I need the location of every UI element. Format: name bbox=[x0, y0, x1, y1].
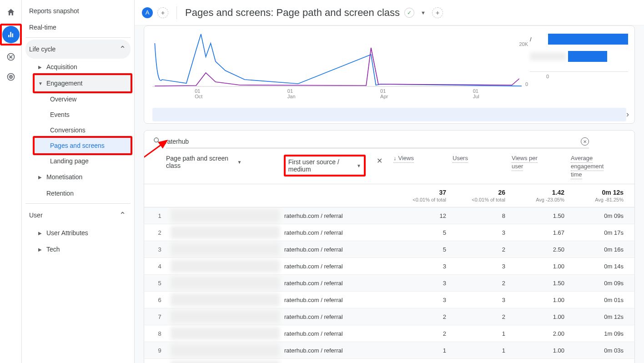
row-number: 3 bbox=[149, 246, 171, 253]
primary-dimension-select[interactable]: Page path and screen class ▼ bbox=[166, 155, 241, 169]
sidebar-leaf-conversions[interactable]: Conversions bbox=[35, 122, 131, 138]
views-hdr: Views bbox=[398, 155, 414, 161]
row-number: 7 bbox=[149, 313, 171, 320]
aet-cell: 0m 14s bbox=[571, 263, 630, 270]
table-row[interactable]: 1raterhub.com / referral1281.500m 09s bbox=[144, 207, 634, 224]
timeline-next-icon[interactable]: › bbox=[626, 110, 629, 119]
rows-container: 1raterhub.com / referral1281.500m 09s2ra… bbox=[144, 207, 634, 363]
sidebar-leaf-landing[interactable]: Landing page bbox=[35, 153, 131, 169]
title-dropdown[interactable]: ▼ bbox=[419, 10, 428, 15]
redacted-cell bbox=[171, 327, 280, 340]
verified-icon[interactable]: ✓ bbox=[404, 8, 414, 18]
users-cell: 3 bbox=[453, 229, 512, 236]
vpu-cell: 2.00 bbox=[512, 330, 571, 337]
users-cell: 1 bbox=[453, 347, 512, 354]
primary-dim-label: Page path and screen class bbox=[166, 155, 234, 169]
row-number: 6 bbox=[149, 297, 171, 303]
add-comparison-button[interactable]: + bbox=[157, 7, 168, 18]
aet-cell: 0m 12s bbox=[571, 313, 630, 320]
aet-cell: 0m 09s bbox=[571, 212, 630, 219]
sidebar-item-acquisition[interactable]: ▶ Acquisition bbox=[35, 59, 131, 75]
account-badge[interactable]: A bbox=[142, 7, 153, 18]
sidebar-group-lifecycle[interactable]: Life cycle ⌃ bbox=[25, 40, 131, 59]
table-row[interactable]: 9raterhub.com / referral111.000m 03s bbox=[144, 342, 634, 359]
table-row[interactable]: 8raterhub.com / referral212.001m 09s bbox=[144, 325, 634, 342]
users-cell: 1 bbox=[453, 330, 512, 337]
aet-cell: 0m 01s bbox=[571, 297, 630, 303]
redacted-cell bbox=[171, 243, 280, 256]
sort-desc-icon: ↓ bbox=[393, 155, 397, 161]
views-cell: 2 bbox=[393, 330, 453, 337]
sidebar-reports-snapshot[interactable]: Reports snapshot bbox=[25, 3, 131, 19]
col-views[interactable]: ↓Views bbox=[393, 155, 453, 179]
reports-icon[interactable] bbox=[2, 26, 20, 43]
search-input[interactable] bbox=[165, 138, 581, 145]
aet-cell: 0m 03s bbox=[571, 347, 630, 354]
redacted-cell bbox=[171, 361, 280, 363]
table-row[interactable]: 10raterhub.com / referral111.000m 06s bbox=[144, 359, 634, 363]
sidebar-item-monetisation[interactable]: ▶ Monetisation bbox=[35, 169, 131, 185]
col-users[interactable]: Users bbox=[453, 155, 512, 179]
advertising-icon[interactable] bbox=[2, 68, 20, 86]
sidebar-leaf-events[interactable]: Events bbox=[35, 107, 131, 122]
bar-chart: / 0 bbox=[530, 26, 634, 108]
sidebar-leaf-overview[interactable]: Overview bbox=[35, 91, 131, 107]
bar-x-tick-0: 0 bbox=[546, 74, 549, 79]
sidebar-group-user[interactable]: User ⌃ bbox=[25, 206, 131, 225]
table-row[interactable]: 2raterhub.com / referral531.670m 17s bbox=[144, 224, 634, 241]
table-row[interactable]: 7raterhub.com / referral221.000m 12s bbox=[144, 308, 634, 325]
row-number: 4 bbox=[149, 263, 171, 270]
table-row[interactable]: 6raterhub.com / referral331.000m 01s bbox=[144, 292, 634, 308]
col-vpu[interactable]: Views per user bbox=[512, 155, 571, 179]
home-icon[interactable] bbox=[2, 4, 20, 21]
table-row[interactable]: 5raterhub.com / referral321.500m 09s bbox=[144, 275, 634, 292]
total-views: 37 bbox=[393, 189, 446, 196]
sidebar-leaf-pages-screens[interactable]: Pages and screens bbox=[33, 136, 132, 155]
total-aet: 0m 12s bbox=[571, 189, 624, 196]
source-cell: raterhub.com / referral bbox=[280, 347, 389, 354]
views-cell: 3 bbox=[393, 263, 453, 270]
redacted-cell bbox=[171, 310, 280, 323]
remove-dimension-icon[interactable]: ✕ bbox=[375, 155, 384, 167]
vpu-hdr-2: user bbox=[512, 163, 523, 171]
sidebar-item-engagement[interactable]: ▼ Engagement bbox=[33, 73, 132, 93]
search-icon bbox=[153, 137, 161, 146]
redacted-cell bbox=[171, 293, 280, 306]
source-cell: raterhub.com / referral bbox=[280, 313, 389, 320]
users-hdr: Users bbox=[453, 155, 468, 163]
sidebar-item-retention[interactable]: Retention bbox=[35, 185, 131, 202]
totals-row: 37<0.01% of total 26<0.01% of total 1.42… bbox=[144, 184, 634, 207]
sidebar-realtime[interactable]: Real-time bbox=[25, 19, 131, 35]
views-cell: 1 bbox=[393, 347, 453, 354]
svg-line-7 bbox=[158, 141, 159, 143]
chevron-up-icon: ⌃ bbox=[119, 210, 126, 220]
views-cell: 2 bbox=[393, 313, 453, 320]
customise-button[interactable]: + bbox=[432, 7, 443, 18]
total-users-sub: <0.01% of total bbox=[453, 197, 505, 202]
secondary-dimension-select[interactable]: First user source / medium ▼ bbox=[288, 158, 361, 173]
views-cell: 12 bbox=[393, 212, 453, 219]
table-row[interactable]: 3raterhub.com / referral522.500m 16s bbox=[144, 241, 634, 258]
lifecycle-label: Life cycle bbox=[29, 45, 55, 53]
explore-icon[interactable] bbox=[2, 48, 20, 66]
redacted-cell bbox=[171, 344, 280, 357]
vpu-cell: 1.00 bbox=[512, 297, 571, 303]
users-cell: 2 bbox=[453, 313, 512, 320]
vpu-cell: 1.00 bbox=[512, 347, 571, 354]
sidebar-item-user-attributes[interactable]: ▶ User Attributes bbox=[35, 225, 131, 241]
clear-search-icon[interactable]: ✕ bbox=[581, 137, 589, 146]
users-cell: 2 bbox=[453, 246, 512, 253]
caret-down-icon: ▼ bbox=[357, 163, 361, 168]
source-cell: raterhub.com / referral bbox=[280, 246, 389, 253]
source-cell: raterhub.com / referral bbox=[280, 280, 389, 287]
users-cell: 3 bbox=[453, 263, 512, 270]
sidebar-item-tech[interactable]: ▶ Tech bbox=[35, 241, 131, 257]
x-tick-oct: 01 Oct bbox=[195, 88, 202, 99]
col-aet[interactable]: Average engagement time bbox=[571, 155, 630, 179]
sidebar: Reports snapshot Real-time Life cycle ⌃ … bbox=[22, 0, 135, 363]
timeline-scrubber[interactable]: › bbox=[152, 108, 626, 121]
redacted-cell bbox=[171, 226, 280, 239]
table-row[interactable]: 4raterhub.com / referral331.000m 14s bbox=[144, 258, 634, 275]
total-users: 26 bbox=[453, 189, 505, 196]
source-cell: raterhub.com / referral bbox=[280, 229, 389, 236]
